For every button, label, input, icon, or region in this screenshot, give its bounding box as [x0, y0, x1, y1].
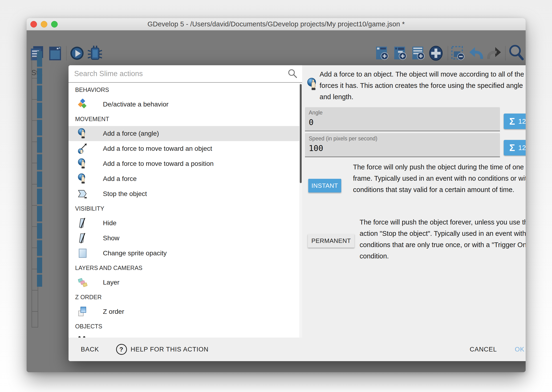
- layer-icon: [77, 276, 88, 289]
- list-item-show[interactable]: Show: [69, 231, 302, 246]
- list-item-force-toward-position[interactable]: Add a force to move toward a position: [69, 156, 302, 171]
- section-header-layers-cameras: LAYERS AND CAMERAS: [69, 261, 302, 275]
- scene-editor-icon: [48, 45, 63, 62]
- sigma-icon: Σ: [509, 117, 515, 126]
- title-bar: GDevelop 5 - /Users/david/Documents/GDev…: [27, 18, 526, 30]
- add-comment-icon: [411, 45, 426, 62]
- section-header-behaviors: BEHAVIORS: [69, 83, 302, 97]
- speed-field-value[interactable]: 100: [309, 143, 323, 153]
- delete-selection-icon: [450, 45, 466, 62]
- section-header-movement: MOVEMENT: [69, 112, 302, 126]
- list-item-hide[interactable]: Hide: [69, 216, 302, 231]
- actions-list: BEHAVIORS De/activate a behavior MOVEMEN…: [69, 83, 302, 361]
- speed-field-label: Speed (in pixels per second): [309, 135, 378, 142]
- action-detail-pane: Add a force to an object. The object wil…: [302, 65, 526, 338]
- angle-field[interactable]: Angle 0: [305, 107, 500, 131]
- ok-button[interactable]: OK: [513, 346, 526, 353]
- action-description: Add a force to an object. The object wil…: [320, 69, 526, 103]
- angle-expression-button[interactable]: Σ 123: [504, 113, 526, 129]
- instant-description: The force will only push the object duri…: [353, 161, 526, 195]
- stop-icon: [77, 188, 88, 200]
- list-scrollbar-thumb[interactable]: [300, 84, 302, 183]
- instant-button[interactable]: INSTANT: [308, 179, 341, 192]
- search-icon: [508, 44, 525, 62]
- help-icon: ?: [116, 344, 127, 355]
- list-scrollbar: [299, 83, 302, 361]
- minimize-window-button[interactable]: [41, 21, 47, 28]
- list-item-change-opacity[interactable]: Change sprite opacity: [69, 246, 302, 261]
- permanent-description: The force will push the object forever, …: [360, 217, 526, 262]
- sigma-icon: Σ: [509, 143, 515, 152]
- list-item-add-force-angle[interactable]: Add a force (angle): [69, 126, 302, 141]
- section-header-z-order: Z ORDER: [69, 290, 302, 304]
- add-circle-icon: [428, 45, 443, 62]
- force-icon: [77, 173, 88, 185]
- behavior-icon: [77, 98, 88, 111]
- help-button[interactable]: ? HELP FOR THIS ACTION: [115, 344, 210, 355]
- search-bar: [69, 65, 302, 83]
- speed-field[interactable]: Speed (in pixels per second) 100: [305, 133, 500, 157]
- cancel-button[interactable]: CANCEL: [468, 346, 498, 353]
- play-preview-icon: [69, 45, 84, 62]
- opacity-icon: [77, 247, 88, 259]
- force-icon: [307, 77, 319, 91]
- close-window-button[interactable]: [30, 21, 37, 28]
- window-title: GDevelop 5 - /Users/david/Documents/GDev…: [147, 20, 405, 28]
- section-header-objects: OBJECTS: [69, 319, 302, 333]
- debug-icon: [87, 45, 103, 62]
- speed-expression-button[interactable]: Σ 123: [504, 140, 526, 155]
- add-event-icon: [375, 45, 390, 62]
- z-order-icon: [77, 306, 88, 318]
- search-input[interactable]: [69, 70, 288, 78]
- instruction-editor-dialog: BEHAVIORS De/activate a behavior MOVEMEN…: [69, 65, 526, 361]
- force-icon: [77, 127, 88, 140]
- list-item-force-toward-object[interactable]: Add a force to move toward an object: [69, 141, 302, 156]
- list-item-stop-object[interactable]: Stop the object: [69, 186, 302, 201]
- permanent-button[interactable]: PERMANENT: [308, 234, 354, 248]
- angle-field-value[interactable]: 0: [309, 118, 313, 127]
- undo-icon: [469, 45, 484, 62]
- list-item-deactivate-behavior[interactable]: De/activate a behavior: [69, 97, 302, 112]
- dialog-footer: BACK ? HELP FOR THIS ACTION CANCEL OK: [69, 338, 526, 361]
- list-item-add-force[interactable]: Add a force: [69, 171, 302, 186]
- toolbar-separator: [448, 46, 448, 61]
- add-subevent-icon: [393, 45, 408, 62]
- force-toward-object-icon: [77, 142, 88, 155]
- traffic-lights: [30, 21, 58, 28]
- list-item-layer[interactable]: Layer: [69, 275, 302, 290]
- zoom-window-button[interactable]: [51, 21, 58, 28]
- toolbar-separator: [505, 46, 506, 61]
- gdevelop-window: GDevelop 5 - /Users/david/Documents/GDev…: [27, 18, 526, 372]
- list-item-z-order[interactable]: Z order: [69, 304, 302, 319]
- angle-field-label: Angle: [309, 110, 323, 116]
- section-header-visibility: VISIBILITY: [69, 201, 302, 216]
- search-icon: [288, 69, 298, 79]
- events-condition-column: [37, 51, 42, 287]
- hide-icon: [77, 217, 88, 229]
- show-icon: [77, 232, 88, 244]
- redo-icon: [486, 45, 501, 62]
- toolbar-separator: [66, 46, 67, 61]
- back-button[interactable]: BACK: [79, 346, 101, 353]
- force-icon: [77, 158, 88, 170]
